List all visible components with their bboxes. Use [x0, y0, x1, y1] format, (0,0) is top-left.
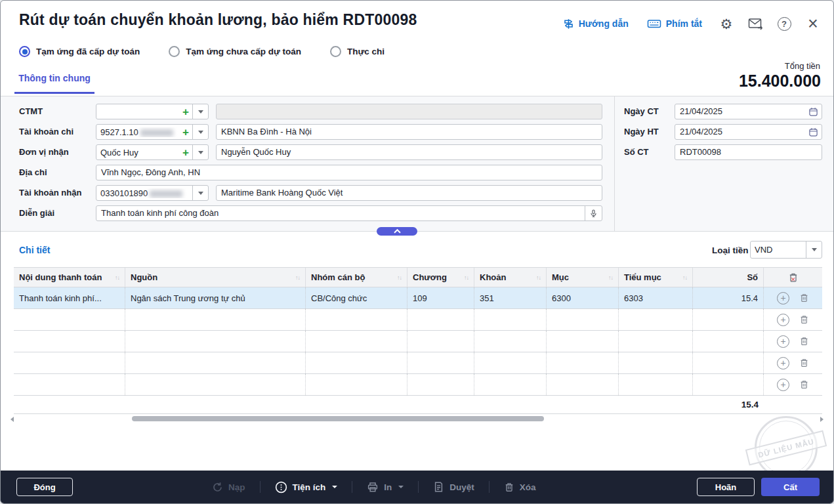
description-field[interactable]: Thanh toán kinh phí công đoàn	[96, 205, 602, 221]
cell-source[interactable]: Ngân sách Trung ương tự chủ	[125, 287, 306, 308]
add-row-button[interactable]: +	[777, 335, 789, 348]
col-header-source[interactable]: Nguồn↑↓	[125, 268, 306, 287]
doc-date-field[interactable]: 21/04/2025	[675, 104, 822, 119]
microphone-button[interactable]	[585, 206, 602, 220]
table-row-empty[interactable]: +	[14, 309, 822, 331]
utilities-button[interactable]: Tiện ích	[275, 481, 338, 494]
currency-select[interactable]: VND	[750, 241, 822, 259]
delete-row-button[interactable]	[799, 379, 809, 390]
recv-account-dropdown[interactable]	[192, 186, 208, 200]
receiver-combo[interactable]: Quốc Huy +	[96, 144, 209, 160]
shortcuts-link[interactable]: Phím tắt	[647, 18, 702, 29]
chevron-down-icon	[198, 192, 203, 195]
divider	[489, 481, 490, 493]
mail-send-icon	[748, 18, 763, 30]
calendar-icon[interactable]	[808, 127, 818, 137]
delete-row-button[interactable]	[799, 293, 809, 303]
col-header-item[interactable]: Mục↑↓	[547, 268, 619, 287]
page-title: Rút dự toán chuyển khoản lương, bảo hiểm…	[19, 11, 417, 29]
guide-link[interactable]: Hướng dẫn	[563, 18, 629, 30]
add-row-button[interactable]: +	[777, 292, 789, 304]
add-receiver-icon[interactable]: +	[179, 147, 192, 158]
ctmt-dropdown[interactable]	[192, 104, 208, 119]
col-header-sub-item[interactable]: Tiểu mục↑↓	[619, 268, 693, 287]
cell-sub-item[interactable]: 6303	[619, 287, 693, 308]
col-header-chapter[interactable]: Chương↑↓	[407, 268, 474, 287]
chevron-down-icon	[398, 486, 404, 488]
add-row-button[interactable]: +	[777, 314, 789, 326]
sort-icon: ↑↓	[464, 274, 469, 281]
table-row-empty[interactable]: +	[14, 374, 822, 396]
scroll-left-arrow[interactable]	[10, 417, 14, 422]
radio-advance-granted[interactable]: Tạm ứng đã cấp dự toán	[19, 46, 140, 57]
shortcuts-label: Phím tắt	[666, 18, 702, 29]
detail-section-title: Chi tiết	[19, 245, 50, 255]
approve-button[interactable]: Duyệt	[433, 481, 474, 493]
delete-row-button[interactable]	[799, 314, 809, 325]
close-window-button[interactable]: Đóng	[16, 478, 73, 496]
collapse-form-button[interactable]	[377, 227, 417, 236]
col-header-content[interactable]: Nội dung thanh toán↑↓	[14, 268, 125, 287]
add-ctmt-icon[interactable]: +	[179, 106, 192, 117]
currency-dropdown[interactable]	[806, 242, 822, 258]
radio-actual-spend[interactable]: Thực chi	[330, 46, 385, 57]
delete-button[interactable]: Xóa	[504, 482, 536, 493]
pay-account-name-field[interactable]: KBNN Ba Đình - Hà Nội	[216, 124, 602, 140]
radio-unselected-icon	[169, 46, 180, 57]
cell-chapter[interactable]: 109	[407, 287, 474, 308]
sort-icon: ↑↓	[115, 274, 119, 281]
save-button[interactable]: Cất	[761, 478, 820, 496]
form-divider	[614, 96, 615, 231]
radio-selected-icon	[19, 46, 30, 57]
close-button[interactable]: ×	[804, 15, 822, 32]
radio-advance-not-granted[interactable]: Tạm ứng chưa cấp dự toán	[169, 46, 301, 57]
recv-account-combo[interactable]: 0330101890	[96, 185, 209, 201]
redacted-blur	[150, 190, 182, 198]
reload-button[interactable]: Nạp	[212, 482, 245, 493]
settings-button[interactable]: ⚙	[718, 15, 735, 32]
recv-account-name-field[interactable]: Maritime Bank Hoàng Quốc Việt	[216, 185, 602, 201]
row-actions: +	[764, 309, 822, 330]
ctmt-combo[interactable]: +	[96, 104, 209, 119]
table-row-empty[interactable]: +	[14, 331, 822, 352]
add-row-button[interactable]: +	[777, 357, 789, 369]
add-pay-account-icon[interactable]: +	[179, 127, 192, 138]
cell-content[interactable]: Thanh toán kinh phí...	[14, 287, 125, 308]
postpone-button[interactable]: Hoãn	[697, 478, 755, 496]
table-row[interactable]: Thanh toán kinh phí... Ngân sách Trung ư…	[14, 287, 822, 309]
cell-clause[interactable]: 351	[474, 287, 547, 308]
calendar-icon[interactable]	[808, 107, 818, 117]
pay-account-combo[interactable]: 9527.1.10 +	[96, 124, 209, 140]
total-amount: 15.400.000	[739, 72, 821, 91]
col-header-clause[interactable]: Khoản↑↓	[474, 268, 547, 287]
receiver-dropdown[interactable]	[192, 145, 208, 159]
doc-date-label: Ngày CT	[624, 104, 659, 119]
delete-row-button[interactable]	[799, 358, 809, 368]
document-icon	[433, 481, 444, 493]
table-row-empty[interactable]: +	[14, 352, 822, 374]
guide-icon	[563, 18, 574, 30]
cell-amount[interactable]: 15.4	[693, 287, 764, 308]
help-button[interactable]: ?	[776, 15, 793, 32]
print-button[interactable]: In	[367, 482, 404, 493]
divider	[260, 481, 261, 493]
delete-row-button[interactable]	[799, 336, 809, 346]
address-field[interactable]: Vĩnh Ngọc, Đông Anh, HN	[96, 165, 602, 180]
cell-staff-group[interactable]: CB/Công chức	[306, 287, 407, 308]
receiver-name-field[interactable]: Nguyễn Quốc Huy	[216, 144, 602, 160]
delete-all-rows-button[interactable]: ✕	[788, 272, 799, 283]
add-row-button[interactable]: +	[777, 379, 789, 391]
col-header-staff-group[interactable]: Nhóm cán bộ↑↓	[306, 268, 407, 287]
receiver-value: Quốc Huy	[96, 148, 179, 158]
cell-item[interactable]: 6300	[547, 287, 619, 308]
posting-date-field[interactable]: 21/04/2025	[675, 124, 822, 140]
col-header-amount[interactable]: Số	[693, 268, 764, 287]
tab-general-info[interactable]: Thông tin chung	[14, 73, 94, 94]
horizontal-scrollbar[interactable]	[132, 416, 544, 421]
gear-icon: ⚙	[720, 17, 733, 31]
chevron-down-icon	[198, 110, 203, 114]
doc-number-field[interactable]: RDT00098	[675, 144, 822, 160]
pay-account-dropdown[interactable]	[192, 125, 208, 139]
feedback-button[interactable]	[747, 15, 764, 32]
scroll-right-arrow[interactable]	[820, 417, 824, 422]
